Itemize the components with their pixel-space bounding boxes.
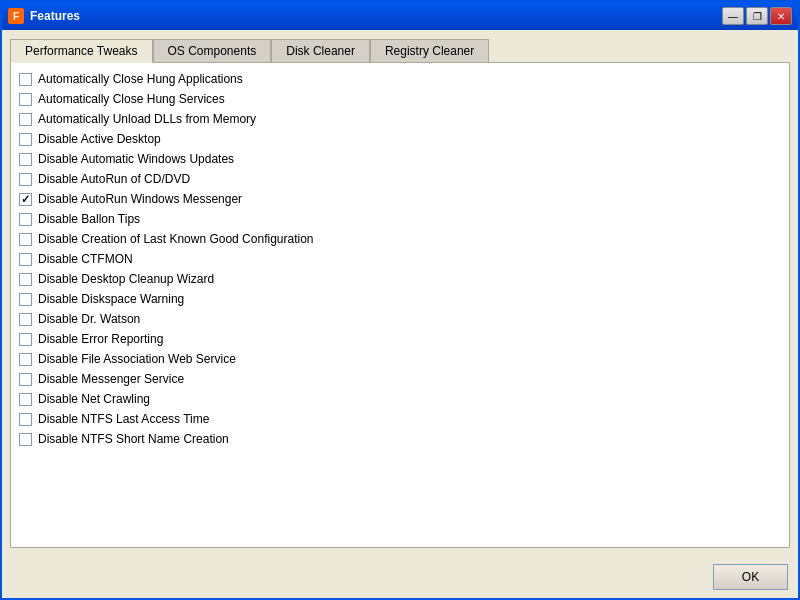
checkbox-2[interactable] (19, 93, 32, 106)
checkbox-3[interactable] (19, 113, 32, 126)
item-label-8: Disable Ballon Tips (38, 212, 140, 226)
checkbox-6[interactable] (19, 173, 32, 186)
window-content: Performance Tweaks OS Components Disk Cl… (2, 30, 798, 556)
checkbox-8[interactable] (19, 213, 32, 226)
item-label-19: Disable NTFS Short Name Creation (38, 432, 229, 446)
list-item[interactable]: Disable Ballon Tips (15, 209, 785, 229)
checkbox-11[interactable] (19, 273, 32, 286)
item-label-9: Disable Creation of Last Known Good Conf… (38, 232, 314, 246)
item-label-7: Disable AutoRun Windows Messenger (38, 192, 242, 206)
list-item[interactable]: Disable Dr. Watson (15, 309, 785, 329)
checkbox-7[interactable] (19, 193, 32, 206)
item-label-1: Automatically Close Hung Applications (38, 72, 243, 86)
item-label-17: Disable Net Crawling (38, 392, 150, 406)
restore-button[interactable]: ❐ (746, 7, 768, 25)
item-label-11: Disable Desktop Cleanup Wizard (38, 272, 214, 286)
item-label-18: Disable NTFS Last Access Time (38, 412, 209, 426)
checkbox-14[interactable] (19, 333, 32, 346)
item-label-3: Automatically Unload DLLs from Memory (38, 112, 256, 126)
item-label-15: Disable File Association Web Service (38, 352, 236, 366)
checkbox-10[interactable] (19, 253, 32, 266)
checkbox-19[interactable] (19, 433, 32, 446)
tab-disk-cleaner[interactable]: Disk Cleaner (271, 39, 370, 63)
list-item[interactable]: Disable Desktop Cleanup Wizard (15, 269, 785, 289)
list-item[interactable]: Disable Error Reporting (15, 329, 785, 349)
item-label-2: Automatically Close Hung Services (38, 92, 225, 106)
window-title: Features (30, 9, 722, 23)
main-window: F Features — ❐ ✕ Performance Tweaks OS C… (0, 0, 800, 600)
list-item[interactable]: Disable Net Crawling (15, 389, 785, 409)
list-item[interactable]: Disable CTFMON (15, 249, 785, 269)
list-item[interactable]: Disable File Association Web Service (15, 349, 785, 369)
item-label-13: Disable Dr. Watson (38, 312, 140, 326)
tab-registry-cleaner[interactable]: Registry Cleaner (370, 39, 489, 63)
checkbox-16[interactable] (19, 373, 32, 386)
checkbox-15[interactable] (19, 353, 32, 366)
list-item[interactable]: Disable Active Desktop (15, 129, 785, 149)
title-bar: F Features — ❐ ✕ (2, 2, 798, 30)
list-item[interactable]: Disable Automatic Windows Updates (15, 149, 785, 169)
item-label-14: Disable Error Reporting (38, 332, 163, 346)
item-label-12: Disable Diskspace Warning (38, 292, 184, 306)
checkbox-12[interactable] (19, 293, 32, 306)
list-item[interactable]: Disable NTFS Last Access Time (15, 409, 785, 429)
list-item[interactable]: Disable NTFS Short Name Creation (15, 429, 785, 449)
checkbox-13[interactable] (19, 313, 32, 326)
item-label-10: Disable CTFMON (38, 252, 133, 266)
tab-performance[interactable]: Performance Tweaks (10, 39, 153, 63)
list-item[interactable]: Disable Diskspace Warning (15, 289, 785, 309)
list-item[interactable]: Automatically Close Hung Services (15, 89, 785, 109)
features-list[interactable]: Automatically Close Hung ApplicationsAut… (11, 63, 789, 547)
checkbox-5[interactable] (19, 153, 32, 166)
tab-content-area: Automatically Close Hung ApplicationsAut… (10, 62, 790, 548)
tab-os-components[interactable]: OS Components (153, 39, 272, 63)
list-item[interactable]: Disable AutoRun of CD/DVD (15, 169, 785, 189)
checkbox-4[interactable] (19, 133, 32, 146)
tab-bar: Performance Tweaks OS Components Disk Cl… (10, 38, 790, 62)
close-button[interactable]: ✕ (770, 7, 792, 25)
ok-button[interactable]: OK (713, 564, 788, 590)
minimize-button[interactable]: — (722, 7, 744, 25)
list-item[interactable]: Disable Messenger Service (15, 369, 785, 389)
checkbox-9[interactable] (19, 233, 32, 246)
title-bar-controls: — ❐ ✕ (722, 7, 792, 25)
bottom-bar: OK (2, 556, 798, 598)
item-label-5: Disable Automatic Windows Updates (38, 152, 234, 166)
checkbox-18[interactable] (19, 413, 32, 426)
checkbox-17[interactable] (19, 393, 32, 406)
list-item[interactable]: Automatically Close Hung Applications (15, 69, 785, 89)
item-label-6: Disable AutoRun of CD/DVD (38, 172, 190, 186)
list-item[interactable]: Disable Creation of Last Known Good Conf… (15, 229, 785, 249)
checkbox-1[interactable] (19, 73, 32, 86)
window-icon: F (8, 8, 24, 24)
item-label-4: Disable Active Desktop (38, 132, 161, 146)
item-label-16: Disable Messenger Service (38, 372, 184, 386)
list-item[interactable]: Disable AutoRun Windows Messenger (15, 189, 785, 209)
list-item[interactable]: Automatically Unload DLLs from Memory (15, 109, 785, 129)
